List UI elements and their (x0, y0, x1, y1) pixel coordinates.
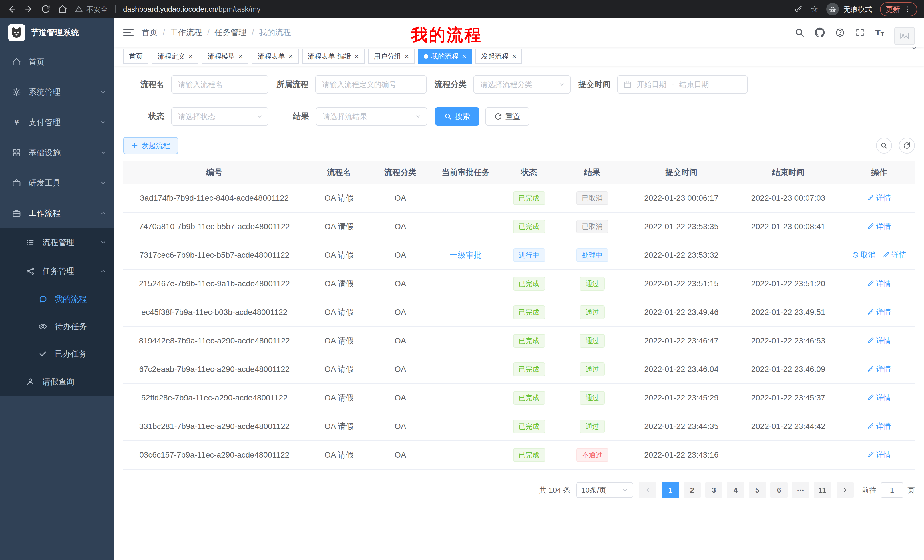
tab-process-definition[interactable]: 流程定义× (152, 49, 198, 64)
cell-name: OA 请假 (306, 298, 373, 326)
search-icon[interactable] (795, 28, 804, 37)
tab-process-form[interactable]: 流程表单× (252, 49, 298, 64)
breadcrumb-item[interactable]: 工作流程 (170, 27, 202, 38)
close-icon[interactable]: × (288, 52, 292, 60)
close-icon[interactable]: × (238, 52, 243, 60)
page-button-current[interactable]: 1 (662, 482, 679, 498)
page-button[interactable]: 4 (727, 482, 744, 498)
browser-menu-update-button[interactable]: 更新 (880, 2, 917, 16)
cell-end-time (733, 241, 843, 270)
sidebar-item-devtools[interactable]: 研发工具 (0, 168, 114, 198)
sidebar-item-label: 工作流程 (28, 208, 93, 219)
filter-label-definition: 所属流程 (276, 79, 308, 90)
active-dot (424, 54, 428, 58)
page-button-last[interactable]: 11 (814, 482, 831, 498)
close-icon[interactable]: × (355, 52, 359, 60)
sidebar-toggle-icon[interactable] (123, 29, 134, 36)
page-button[interactable]: 3 (705, 482, 722, 498)
prev-page-button[interactable] (639, 482, 656, 498)
close-icon[interactable]: × (462, 52, 466, 60)
chevron-up-icon (100, 268, 106, 274)
sidebar-item-done-tasks[interactable]: 已办任务 (0, 340, 114, 368)
cell-task (428, 298, 503, 326)
tab-user-group[interactable]: 用户分组× (368, 49, 415, 64)
tab-initiate-process[interactable]: 发起流程× (476, 49, 522, 64)
reset-button[interactable]: 重置 (485, 107, 530, 126)
more-pages-button[interactable]: ••• (792, 482, 809, 498)
sidebar-item-payment[interactable]: ¥ 支付管理 (0, 107, 114, 138)
current-task-link[interactable]: 一级审批 (450, 251, 482, 259)
sidebar-item-todo-tasks[interactable]: 待办任务 (0, 313, 114, 340)
cell-category: OA (373, 184, 428, 213)
app-logo-row[interactable]: 芋道管理系统 (0, 18, 114, 47)
status-select[interactable]: 请选择状态 (171, 107, 268, 126)
create-process-button[interactable]: 发起流程 (123, 137, 178, 154)
cell-id: 7470a810-7b9b-11ec-b5b7-acde48001122 (123, 213, 306, 241)
sidebar-item-task-management[interactable]: 任务管理 (0, 257, 114, 285)
detail-link[interactable]: 详情 (867, 279, 891, 289)
page-size-select[interactable]: 10条/页 (576, 482, 633, 498)
tab-my-process[interactable]: 我的流程× (418, 49, 472, 64)
refresh-button[interactable] (899, 138, 915, 154)
detail-link[interactable]: 详情 (867, 307, 891, 317)
search-toggle-button[interactable] (876, 138, 892, 154)
reload-icon[interactable] (41, 4, 50, 14)
result-select[interactable]: 请选择流结果 (316, 107, 427, 126)
close-icon[interactable]: × (405, 52, 409, 60)
edit-icon (867, 223, 874, 230)
cancel-link[interactable]: 取消 (852, 250, 876, 260)
back-icon[interactable] (7, 4, 16, 14)
detail-link[interactable]: 详情 (867, 421, 891, 431)
sidebar-item-workflow[interactable]: 工作流程 (0, 198, 114, 228)
forward-icon[interactable] (24, 4, 34, 14)
incognito-icon (826, 3, 839, 15)
page-button[interactable]: 6 (770, 482, 788, 498)
sidebar-item-leave-query[interactable]: 请假查询 (0, 368, 114, 396)
goto-page-group: 前往 页 (862, 482, 915, 498)
select-placeholder: 请选择流结果 (322, 112, 367, 121)
tab-process-model[interactable]: 流程模型× (202, 49, 248, 64)
detail-link[interactable]: 详情 (867, 335, 891, 346)
edit-icon (867, 195, 874, 201)
detail-link[interactable]: 详情 (883, 250, 906, 260)
category-select[interactable]: 请选择流程分类 (473, 75, 570, 94)
github-icon[interactable] (814, 27, 825, 38)
check-icon (38, 350, 48, 358)
process-definition-input[interactable] (315, 75, 427, 94)
address-bar[interactable]: dashboard.yudao.iocoder.cn/bpm/task/my (123, 5, 260, 14)
sidebar-item-my-process[interactable]: 我的流程 (0, 285, 114, 313)
detail-link[interactable]: 详情 (867, 222, 891, 232)
sidebar-item-process-management[interactable]: 流程管理 (0, 228, 114, 257)
search-button[interactable]: 搜索 (435, 107, 479, 126)
security-chip[interactable]: 不安全 (75, 4, 108, 14)
key-icon[interactable] (794, 5, 802, 13)
page-button[interactable]: 5 (748, 482, 766, 498)
fullscreen-icon[interactable] (855, 28, 865, 37)
page-button[interactable]: 2 (684, 482, 701, 498)
breadcrumb-item[interactable]: 首页 (142, 27, 158, 38)
user-icon (25, 377, 35, 386)
detail-link[interactable]: 详情 (867, 393, 891, 403)
process-name-input[interactable] (171, 75, 268, 94)
goto-page-input[interactable] (880, 482, 903, 498)
cell-end-time: 2022-01-22 23:49:51 (733, 298, 843, 326)
tab-process-form-edit[interactable]: 流程表单-编辑× (302, 49, 364, 64)
avatar[interactable] (894, 27, 915, 45)
sidebar-item-system[interactable]: 系统管理 (0, 77, 114, 107)
sidebar-item-infrastructure[interactable]: 基础设施 (0, 138, 114, 168)
detail-link[interactable]: 详情 (867, 450, 891, 460)
detail-link[interactable]: 详情 (867, 193, 891, 203)
table-row: 7317cec6-7b9b-11ec-b5b7-acde48001122 OA … (123, 241, 915, 270)
next-page-button[interactable] (837, 482, 854, 498)
detail-link[interactable]: 详情 (867, 364, 891, 374)
breadcrumb-item[interactable]: 任务管理 (215, 27, 247, 38)
help-icon[interactable] (835, 28, 845, 37)
close-icon[interactable]: × (189, 52, 193, 60)
close-icon[interactable]: × (512, 52, 516, 60)
submit-time-range-picker[interactable]: 开始日期 - 结束日期 (617, 75, 747, 94)
kebab-menu-icon[interactable] (904, 5, 911, 13)
sidebar-item-home[interactable]: 首页 (0, 47, 114, 77)
font-size-icon[interactable]: TT (875, 28, 884, 37)
tab-home[interactable]: 首页 (123, 49, 148, 64)
home-icon[interactable] (58, 4, 68, 14)
